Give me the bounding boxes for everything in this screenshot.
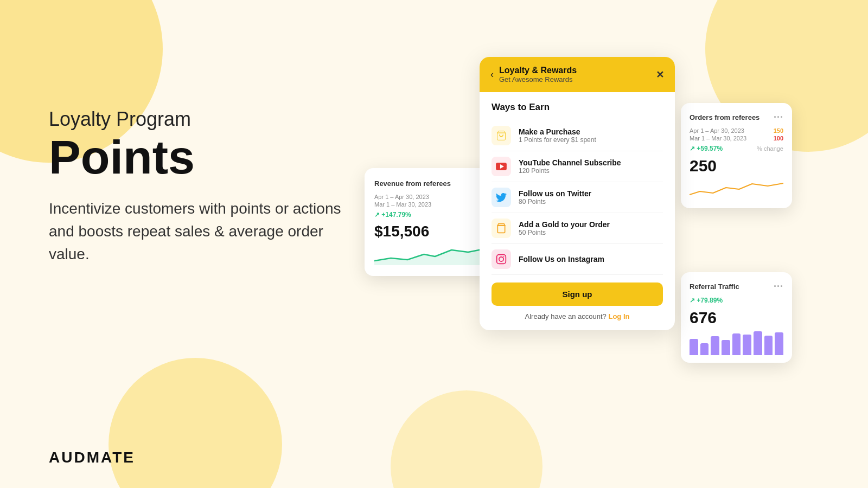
loyalty-body: Ways to Earn Make a Purchase 1 Points fo… bbox=[480, 92, 675, 330]
earn-instagram-name: Follow Us on Instagram bbox=[519, 255, 604, 264]
cart-icon bbox=[492, 126, 511, 145]
earn-purchase-points: 1 Points for every $1 spent bbox=[519, 136, 596, 144]
close-button[interactable]: ✕ bbox=[656, 69, 664, 81]
earn-item-twitter: Follow us on Twitter 80 Points bbox=[492, 182, 663, 213]
orders-val2: 100 bbox=[774, 135, 783, 142]
earn-item-instagram: Follow Us on Instagram bbox=[492, 244, 663, 275]
loyalty-card: ‹ Loyalty & Rewards Get Awesome Rewards … bbox=[480, 57, 675, 330]
referral-big-value: 676 bbox=[690, 309, 783, 327]
orders-date2: Mar 1 – Mar 30, 2023 bbox=[690, 135, 746, 142]
youtube-icon bbox=[492, 157, 511, 176]
login-link[interactable]: Log In bbox=[608, 312, 629, 320]
earn-gold-name: Add a Gold to your Order bbox=[519, 220, 610, 229]
revenue-date1: Apr 1 – Apr 30, 2023 bbox=[374, 194, 429, 200]
bar-2 bbox=[700, 343, 709, 355]
orders-sparkline bbox=[690, 179, 783, 198]
earn-youtube-name: YouTube Channel Subscribe bbox=[519, 158, 621, 167]
bar-3 bbox=[711, 336, 719, 355]
referral-card-title: Referral Traffic bbox=[690, 282, 739, 291]
brand-logo: AUDMATE bbox=[49, 449, 135, 466]
bar-1 bbox=[690, 339, 698, 355]
loyalty-header-subtitle: Get Awesome Rewards bbox=[499, 75, 577, 84]
program-description: Incentivize customers with points or act… bbox=[49, 197, 353, 266]
orders-pct-label: % change bbox=[757, 145, 783, 152]
gold-icon bbox=[492, 219, 511, 238]
bar-8 bbox=[764, 336, 773, 355]
loyalty-header-title: Loyalty & Rewards bbox=[499, 66, 577, 75]
ways-to-earn-title: Ways to Earn bbox=[492, 102, 663, 113]
orders-date1: Apr 1 – Apr 30, 2023 bbox=[690, 127, 744, 134]
already-account-text: Already have an account? Log In bbox=[492, 312, 663, 320]
referral-change: ↗ +79.89% bbox=[690, 297, 723, 304]
bar-4 bbox=[722, 340, 730, 355]
orders-big-value: 250 bbox=[690, 157, 783, 175]
earn-twitter-points: 80 Points bbox=[519, 198, 591, 206]
signup-button[interactable]: Sign up bbox=[492, 282, 663, 306]
earn-item-purchase: Make a Purchase 1 Points for every $1 sp… bbox=[492, 120, 663, 151]
earn-twitter-name: Follow us on Twitter bbox=[519, 189, 591, 198]
bg-blob-bottom-right bbox=[391, 390, 542, 488]
svg-point-4 bbox=[499, 257, 503, 261]
orders-card-title: Orders from referees bbox=[690, 113, 760, 121]
referral-arrow: ↗ bbox=[690, 297, 695, 304]
referral-card: Referral Traffic ··· ↗ +79.89% 676 bbox=[681, 272, 792, 363]
earn-item-youtube: YouTube Channel Subscribe 120 Points bbox=[492, 151, 663, 182]
orders-card: Orders from referees ··· Apr 1 – Apr 30,… bbox=[681, 103, 792, 208]
revenue-date2: Mar 1 – Mar 30, 2023 bbox=[374, 201, 431, 208]
earn-youtube-points: 120 Points bbox=[519, 167, 621, 175]
revenue-arrow: ↗ bbox=[374, 211, 380, 219]
program-subtitle: Loyalty Program bbox=[49, 108, 353, 130]
bar-6 bbox=[743, 335, 751, 355]
earn-item-gold: Add a Gold to your Order 50 Points bbox=[492, 213, 663, 244]
bar-5 bbox=[732, 333, 741, 355]
orders-arrow: ↗ bbox=[690, 145, 695, 152]
back-button[interactable]: ‹ bbox=[490, 69, 494, 80]
revenue-change: ↗ +147.79% bbox=[374, 211, 411, 219]
twitter-icon bbox=[492, 188, 511, 207]
bg-blob-bottom-left bbox=[108, 358, 282, 488]
program-title: Points bbox=[49, 132, 353, 182]
svg-rect-3 bbox=[497, 255, 506, 264]
referral-card-menu[interactable]: ··· bbox=[774, 281, 783, 292]
orders-card-menu[interactable]: ··· bbox=[774, 112, 783, 123]
orders-change: ↗ +59.57% bbox=[690, 145, 723, 152]
left-section: Loyalty Program Points Incentivize custo… bbox=[49, 108, 353, 266]
revenue-card-title: Revenue from referees bbox=[374, 179, 451, 188]
referral-bar-chart bbox=[690, 331, 783, 355]
earn-purchase-name: Make a Purchase bbox=[519, 127, 596, 136]
svg-point-5 bbox=[503, 256, 505, 258]
instagram-icon bbox=[492, 249, 511, 269]
bar-7 bbox=[754, 331, 762, 355]
loyalty-header: ‹ Loyalty & Rewards Get Awesome Rewards … bbox=[480, 57, 675, 92]
orders-val1: 150 bbox=[774, 127, 783, 134]
bar-9 bbox=[775, 332, 783, 355]
earn-gold-points: 50 Points bbox=[519, 229, 610, 236]
